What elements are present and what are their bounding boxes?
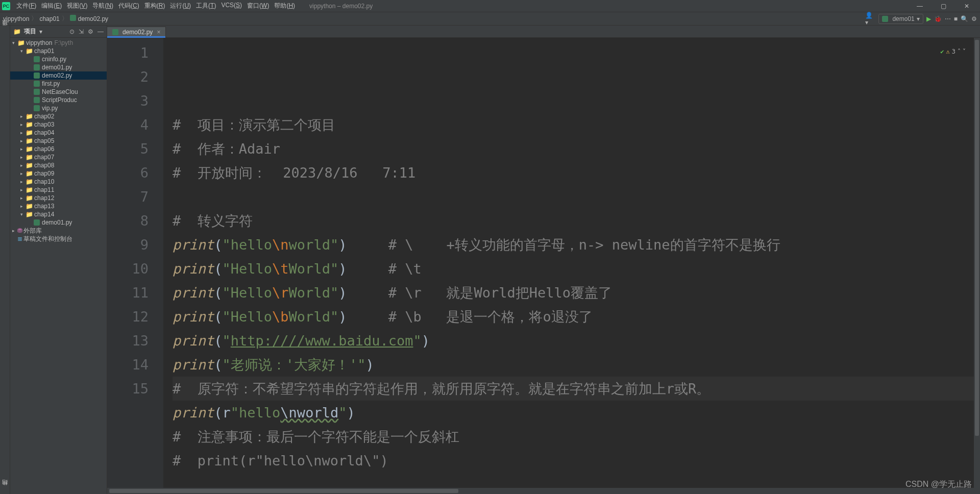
menu-u[interactable]: 运行(U) bbox=[168, 1, 193, 11]
run-more-button[interactable]: ⋯ bbox=[945, 15, 951, 22]
chevron-up-icon[interactable]: ˄ bbox=[958, 40, 961, 64]
tree-file[interactable]: first.py bbox=[10, 80, 107, 88]
code-line[interactable]: # 开放时间： 2023/8/16 7:11 bbox=[173, 161, 974, 185]
settings-icon[interactable]: ⚙ bbox=[88, 28, 93, 35]
collapse-all-icon[interactable]: ⇲ bbox=[79, 28, 84, 35]
tree-folder[interactable]: ▾📁 chap01 bbox=[10, 47, 107, 55]
menu-e[interactable]: 编辑(E) bbox=[39, 1, 64, 11]
tree-folder[interactable]: ▸📁 chap06 bbox=[10, 145, 107, 153]
menu-v[interactable]: 视图(V) bbox=[65, 1, 89, 11]
select-opened-file-icon[interactable]: ⊙ bbox=[69, 28, 75, 35]
code-line[interactable]: print("http:////www.baidu.com") bbox=[173, 329, 974, 353]
tree-item[interactable]: ▸⛃ 外部库 bbox=[10, 227, 107, 235]
code-line[interactable]: print("老师说：'大家好！'") bbox=[173, 353, 974, 377]
search-icon[interactable]: 🔍 bbox=[961, 15, 968, 22]
line-number[interactable]: 9 bbox=[110, 233, 149, 257]
minimize-button[interactable]: — bbox=[909, 0, 931, 12]
run-configuration-selector[interactable]: demo01 ▾ bbox=[878, 14, 923, 24]
tree-folder[interactable]: ▸📁 chap11 bbox=[10, 186, 107, 194]
vertical-scrollbar[interactable] bbox=[974, 38, 980, 488]
tree-folder[interactable]: ▸📁 chap07 bbox=[10, 153, 107, 161]
editor-tab[interactable]: demo02.py × bbox=[107, 27, 166, 37]
menu-c[interactable]: 代码(C) bbox=[116, 1, 141, 11]
code-line[interactable]: # 原字符：不希望字符串的字符起作用，就所用原字符。就是在字符串之前加上r或R。 bbox=[173, 377, 974, 401]
tree-file[interactable]: demo01.py bbox=[10, 63, 107, 71]
project-tree[interactable]: ▾📁 vippythonF:\pyth▾📁 chap01 cninfo.py d… bbox=[10, 38, 107, 494]
line-number[interactable]: 13 bbox=[110, 329, 149, 353]
tree-folder[interactable]: ▸📁 chap04 bbox=[10, 129, 107, 137]
tree-label: demo01.py bbox=[42, 64, 72, 71]
folder-icon: 📁 bbox=[26, 145, 33, 153]
run-button[interactable]: ▶ bbox=[926, 15, 931, 22]
stop-button[interactable]: ■ bbox=[954, 15, 958, 22]
line-number[interactable]: 10 bbox=[110, 257, 149, 281]
close-icon[interactable]: × bbox=[157, 29, 160, 36]
python-icon bbox=[112, 29, 118, 35]
tree-file[interactable]: demo02.py bbox=[10, 71, 107, 80]
inspection-status[interactable]: ✔ ⚠ 3 ˄ ˅ bbox=[940, 40, 966, 64]
line-number[interactable]: 1 bbox=[110, 41, 149, 65]
code-line[interactable]: print(r"hello\nworld") bbox=[173, 401, 974, 425]
debug-button[interactable]: 🐞 bbox=[934, 15, 942, 22]
menu-r[interactable]: 重构(R) bbox=[142, 1, 167, 11]
line-number-gutter[interactable]: 123456789101112131415 bbox=[107, 38, 156, 488]
chevron-down-icon[interactable]: ˅ bbox=[963, 40, 966, 64]
tree-file[interactable]: vip.py bbox=[10, 104, 107, 112]
code-line[interactable]: print("Hello\tWorld") # \t bbox=[173, 257, 974, 281]
tree-folder[interactable]: ▾📁 chap14 bbox=[10, 210, 107, 218]
tree-folder[interactable]: ▾📁 vippythonF:\pyth bbox=[10, 39, 107, 47]
tree-folder[interactable]: ▸📁 chap12 bbox=[10, 194, 107, 202]
menu-w[interactable]: 窗口(W) bbox=[245, 1, 271, 11]
fold-column[interactable] bbox=[156, 38, 163, 488]
tree-folder[interactable]: ▸📁 chap02 bbox=[10, 112, 107, 120]
code-line[interactable]: print("Hello\rWorld") # \r 就是World把Hello… bbox=[173, 281, 974, 305]
code-line[interactable]: # 项目：演示第二个项目 bbox=[173, 113, 974, 137]
chevron-down-icon[interactable]: ▾ bbox=[39, 28, 42, 35]
line-number[interactable]: 2 bbox=[110, 65, 149, 89]
tree-file[interactable]: cninfo.py bbox=[10, 55, 107, 63]
hide-panel-icon[interactable]: — bbox=[97, 28, 104, 35]
tree-item[interactable]: ≣ 草稿文件和控制台 bbox=[10, 235, 107, 243]
tree-folder[interactable]: ▸📁 chap13 bbox=[10, 202, 107, 210]
code-line[interactable]: # print(r"hello\nworld\") bbox=[173, 449, 974, 473]
tree-folder[interactable]: ▸📁 chap03 bbox=[10, 120, 107, 129]
menu-n[interactable]: 导航(N) bbox=[90, 1, 115, 11]
breadcrumb-item[interactable]: vippython bbox=[3, 15, 29, 22]
line-number[interactable]: 8 bbox=[110, 209, 149, 233]
code-line[interactable]: print("Hello\bWorld") # \b 是退一个格，将o退没了 bbox=[173, 305, 974, 329]
tab-label: demo02.py bbox=[122, 29, 153, 36]
menu-h[interactable]: 帮助(H) bbox=[272, 1, 297, 11]
code-line[interactable]: # 作者：Adair bbox=[173, 137, 974, 161]
line-number[interactable]: 7 bbox=[110, 185, 149, 209]
horizontal-scrollbar[interactable] bbox=[107, 488, 980, 494]
line-number[interactable]: 4 bbox=[110, 113, 149, 137]
code-line[interactable]: # 转义字符 bbox=[173, 209, 974, 233]
line-number[interactable]: 11 bbox=[110, 281, 149, 305]
line-number[interactable]: 14 bbox=[110, 353, 149, 377]
tree-file[interactable]: demo01.py bbox=[10, 218, 107, 227]
tree-folder[interactable]: ▸📁 chap09 bbox=[10, 169, 107, 178]
line-number[interactable]: 5 bbox=[110, 137, 149, 161]
close-button[interactable]: ✕ bbox=[955, 0, 978, 12]
line-number[interactable]: 6 bbox=[110, 161, 149, 185]
menu-t[interactable]: 工具(T) bbox=[194, 1, 218, 11]
code-editor[interactable]: ✔ ⚠ 3 ˄ ˅ # 项目：演示第二个项目# 作者：Adair# 开放时间： … bbox=[163, 38, 974, 488]
tree-file[interactable]: NetEaseClou bbox=[10, 88, 107, 96]
maximize-button[interactable]: ▢ bbox=[932, 0, 954, 12]
code-line[interactable]: # 注意事项：最后一个字符不能是一个反斜杠 bbox=[173, 425, 974, 449]
code-line[interactable]: print("hello\nworld") # \ +转义功能的首字母，n-> … bbox=[173, 233, 974, 257]
tree-file[interactable]: ScriptProduc bbox=[10, 96, 107, 104]
menu-f[interactable]: 文件(F) bbox=[14, 1, 38, 11]
tree-folder[interactable]: ▸📁 chap08 bbox=[10, 161, 107, 169]
code-line[interactable] bbox=[173, 185, 974, 209]
menu-s[interactable]: VCS(S) bbox=[219, 1, 244, 11]
line-number[interactable]: 15 bbox=[110, 377, 149, 401]
line-number[interactable]: 12 bbox=[110, 305, 149, 329]
user-icon[interactable]: 👤▾ bbox=[865, 14, 875, 24]
tree-folder[interactable]: ▸📁 chap10 bbox=[10, 178, 107, 186]
tree-folder[interactable]: ▸📁 chap05 bbox=[10, 137, 107, 145]
breadcrumb-item[interactable]: demo02.py bbox=[70, 15, 108, 22]
settings-icon[interactable]: ⚙ bbox=[971, 15, 977, 22]
breadcrumb-item[interactable]: chap01 bbox=[39, 15, 59, 22]
line-number[interactable]: 3 bbox=[110, 89, 149, 113]
